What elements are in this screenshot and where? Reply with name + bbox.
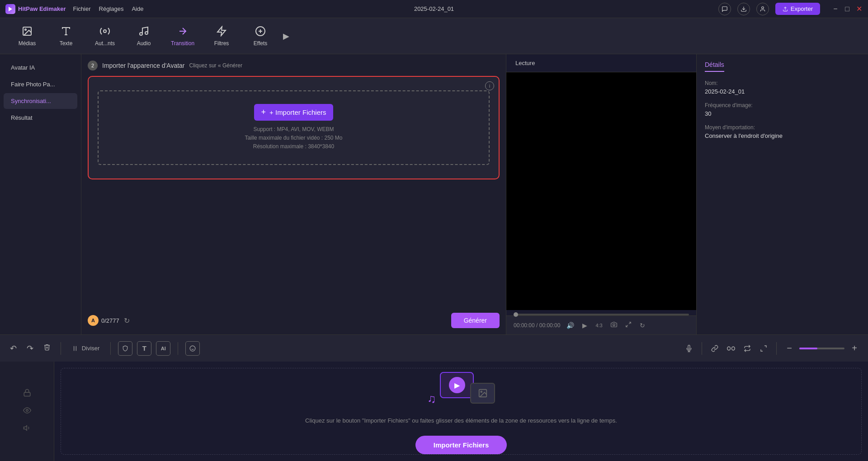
video-box-icon: ▶ [440, 372, 474, 398]
svg-point-31 [481, 391, 482, 392]
svg-marker-29 [24, 425, 27, 430]
sidebar-item-faire-photo[interactable]: Faire Photo Pa... [4, 76, 77, 92]
timeline-eye-icon[interactable] [23, 406, 31, 417]
speed-button[interactable]: 4:3 [594, 322, 604, 329]
detail-freq: Fréquence d'image: 30 [705, 102, 860, 117]
effets-icon [255, 26, 266, 38]
timeline-area: ♫ ▶ Cliquez sur le bouton "Importer Fich… [0, 362, 868, 461]
medias-label: Médias [19, 40, 36, 47]
detail-nom: Nom: 2025-02-24_01 [705, 80, 860, 95]
timeline-lock-icon[interactable] [23, 389, 31, 399]
timeline-import-button[interactable]: Importer Fichiers [415, 436, 507, 454]
step2-hint: Cliquez sur « Générer [189, 62, 242, 69]
play-button[interactable]: ▶ [580, 321, 589, 330]
zoom-in-button[interactable]: + [848, 342, 861, 355]
timeline-controls: ↶ ↷ Diviser T AI [0, 334, 868, 362]
divider-2 [110, 342, 111, 355]
transfer-button[interactable] [757, 342, 770, 355]
tool-medias[interactable]: Médias [9, 21, 45, 52]
menu-fichier[interactable]: Fichier [73, 5, 91, 12]
audio-icon [138, 26, 149, 38]
play-circle-icon: ▶ [449, 377, 465, 393]
refresh-button[interactable]: ↻ [124, 316, 130, 325]
split-link-button[interactable] [725, 342, 737, 355]
user-icon[interactable] [756, 3, 769, 15]
maximize-button[interactable]: □ [844, 5, 851, 13]
protection-icon-box[interactable] [118, 341, 132, 356]
zoom-bar [799, 348, 844, 349]
credit-icon: A [88, 315, 99, 326]
timeline-content: ♫ ▶ Cliquez sur le bouton "Importer Fich… [61, 368, 862, 455]
delete-button[interactable] [41, 342, 53, 355]
preview-panel: Lecture 00:00:00 / 00:00:00 🔊 ▶ 4:3 [506, 54, 696, 334]
svg-point-8 [104, 30, 106, 33]
link-button[interactable] [708, 342, 721, 355]
preview-screen [506, 72, 696, 310]
filtres-label: Filtres [214, 40, 229, 47]
divider-1 [61, 342, 61, 355]
chat-icon[interactable] [718, 3, 731, 15]
svg-line-17 [626, 325, 627, 327]
menu-reglages[interactable]: Réglages [99, 5, 124, 12]
credit-badge: A 0/2777 [88, 315, 119, 326]
svg-marker-11 [217, 27, 226, 36]
svg-line-16 [629, 322, 631, 324]
toolbar: Médias Texte Aut...nts Audio Transition [0, 18, 868, 54]
window-controls: − □ ✕ [832, 5, 863, 13]
minimize-button[interactable]: − [832, 5, 839, 13]
timeline-audio-icon[interactable] [23, 424, 31, 434]
close-button[interactable]: ✕ [855, 5, 863, 13]
screenshot-button[interactable] [609, 320, 619, 330]
window-title: 2025-02-24_01 [414, 5, 454, 12]
transition-label: Transition [171, 40, 194, 47]
app-name: HitPaw Edimaker [18, 5, 66, 12]
sidebar-item-avatar-ia[interactable]: Avatar IA [4, 60, 77, 75]
rotate-button[interactable]: ↻ [638, 321, 647, 330]
tool-texte[interactable]: Texte [48, 21, 84, 52]
menu-aide[interactable]: Aide [132, 5, 143, 12]
import-files-button[interactable]: + + Importer Fichiers [254, 104, 334, 121]
svg-point-2 [762, 6, 764, 9]
svg-rect-25 [727, 347, 731, 350]
microphone-button[interactable] [683, 342, 695, 355]
sidebar-item-synchronisation[interactable]: Synchronisati... [4, 93, 77, 109]
svg-point-28 [26, 409, 28, 411]
detail-import-mode-label: Moyen d'importation: [705, 124, 860, 131]
text-t-icon-box[interactable]: T [137, 341, 151, 356]
crop-button[interactable] [623, 320, 633, 330]
ai-icon-box[interactable]: AI [156, 341, 170, 356]
titlebar-right: Exporter − □ ✕ [718, 3, 863, 15]
swap-button[interactable] [741, 342, 754, 355]
svg-marker-0 [9, 7, 12, 11]
import-plus-icon: + [261, 108, 266, 117]
info-icon[interactable]: i [485, 81, 494, 90]
progress-dot [514, 312, 518, 317]
export-button[interactable]: Exporter [775, 3, 820, 15]
texte-icon [61, 26, 71, 38]
timeline-right-controls: − + [683, 342, 861, 355]
detail-nom-label: Nom: [705, 80, 860, 86]
zoom-out-button[interactable]: − [783, 342, 796, 355]
diviser-button[interactable]: Diviser [68, 343, 103, 354]
redo-button[interactable]: ↷ [24, 342, 36, 355]
tool-filtres[interactable]: Filtres [203, 21, 240, 52]
tool-audio[interactable]: Audio [126, 21, 162, 52]
center-bottom: A 0/2777 ↻ Générer [88, 309, 500, 328]
speed-label: 4:3 [595, 323, 602, 328]
detail-nom-value: 2025-02-24_01 [705, 88, 860, 95]
tool-ajustements[interactable]: Aut...nts [87, 21, 123, 52]
generate-button[interactable]: Générer [451, 313, 500, 328]
tool-effets[interactable]: Effets [242, 21, 278, 52]
download-icon[interactable] [737, 3, 750, 15]
import-box[interactable]: i + + Importer Fichiers Support : MP4, A… [88, 76, 500, 179]
credit-count: 0/2777 [101, 317, 119, 324]
undo-button[interactable]: ↶ [7, 342, 19, 355]
details-panel: Détails Nom: 2025-02-24_01 Fréquence d'i… [696, 54, 868, 334]
progress-bar[interactable] [514, 314, 689, 315]
toolbar-more-button[interactable]: ▶ [283, 31, 289, 41]
tool-transition[interactable]: Transition [165, 21, 201, 52]
sticker-icon-box[interactable] [185, 341, 200, 356]
sidebar-item-resultat[interactable]: Résultat [4, 110, 77, 126]
details-tab: Détails [705, 61, 724, 72]
volume-button[interactable]: 🔊 [565, 321, 576, 330]
